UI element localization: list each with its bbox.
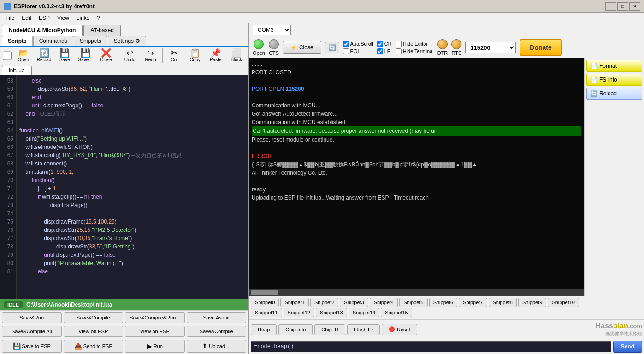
autoscroll-checkbox[interactable] bbox=[343, 41, 349, 47]
cut-button[interactable]: ✂ Cut bbox=[165, 47, 184, 64]
donate-button[interactable]: Donate bbox=[520, 39, 561, 56]
close-button[interactable]: ✕ bbox=[629, 2, 640, 11]
cts-led-button[interactable]: CTS bbox=[269, 39, 279, 56]
save-run-button[interactable]: Save&Run bbox=[2, 312, 62, 323]
terminal[interactable]: ....... PORT CLOSED PORT OPEN 115200 Com… bbox=[249, 58, 584, 289]
baud-rate-select[interactable]: 115200 9600 19200 38400 57600 230400 bbox=[465, 42, 516, 53]
view-esp-button1[interactable]: View on ESP bbox=[64, 326, 124, 337]
h-scrollbar-thumb[interactable] bbox=[251, 290, 278, 295]
cts-led bbox=[269, 39, 279, 49]
snippet-10-button[interactable]: Snippet10 bbox=[548, 298, 579, 307]
status-path: C:\Users\Anooki\Desktop\init.lua bbox=[26, 301, 112, 308]
checkbox-group-right: AutoScroll EOL bbox=[343, 41, 373, 54]
code-editor[interactable]: 58 59 60 61 62 63 64 65 66 67 68 69 70 7… bbox=[0, 75, 248, 299]
menu-edit[interactable]: Edit bbox=[18, 14, 35, 22]
saveas-button[interactable]: 💾 Save... bbox=[76, 47, 95, 64]
com-port-select[interactable]: COM3 bbox=[253, 25, 291, 35]
toolbar-checkbox[interactable] bbox=[3, 51, 12, 60]
snippet-12-button[interactable]: Snippet12 bbox=[284, 308, 315, 317]
lf-checkbox[interactable] bbox=[377, 48, 383, 54]
reload-esp-button[interactable]: 🔄 Reload bbox=[586, 88, 642, 100]
tab-scripts[interactable]: Scripts bbox=[2, 36, 33, 46]
heap-button[interactable]: Heap bbox=[251, 324, 277, 335]
command-input[interactable] bbox=[251, 341, 611, 352]
dtr-led-button[interactable]: DTR bbox=[437, 39, 448, 56]
copy-button[interactable]: 📋 Copy bbox=[185, 47, 205, 64]
cr-checkbox[interactable] bbox=[377, 41, 383, 47]
left-tab-bar: NodeMCU & MicroPython AT-based bbox=[0, 23, 248, 36]
menu-esp[interactable]: ESP bbox=[35, 14, 53, 22]
close-file-button[interactable]: ❌ Close bbox=[96, 47, 116, 64]
snippet-8-button[interactable]: Snippet8 bbox=[489, 298, 517, 307]
tab-snippets[interactable]: Snippets bbox=[74, 36, 107, 46]
snippet-11-button[interactable]: Snippet11 bbox=[251, 308, 282, 317]
paste-button[interactable]: 📌 Paste bbox=[206, 47, 225, 64]
save-to-esp-button[interactable]: 💾 Save to ESP bbox=[2, 340, 62, 353]
refresh-ports-button[interactable]: 🔄 bbox=[325, 42, 339, 53]
upload-button[interactable]: ⬆ Upload ... bbox=[187, 340, 247, 353]
tab-commands[interactable]: Commands bbox=[33, 36, 73, 46]
snippet-2-button[interactable]: Snippet2 bbox=[310, 298, 338, 307]
save-as-init-button[interactable]: Save As init bbox=[187, 312, 247, 323]
h-scrollbar[interactable] bbox=[249, 289, 584, 296]
term-line-blank3 bbox=[252, 144, 581, 152]
chip-id-button[interactable]: Chip ID bbox=[314, 324, 345, 335]
format-button[interactable]: 📄 Format bbox=[586, 60, 642, 72]
code-content[interactable]: else disp:drawStr(66, 52, "Humi "..d5.."… bbox=[17, 75, 248, 299]
rts-led-button[interactable]: RTS bbox=[451, 39, 461, 56]
tab-settings[interactable]: Settings ⚙ bbox=[108, 36, 147, 46]
snippet-0-button[interactable]: Snippet0 bbox=[251, 298, 279, 307]
menu-view[interactable]: View bbox=[53, 14, 73, 22]
undo-button[interactable]: ↩ Undo bbox=[120, 47, 140, 64]
tab-nodemcu[interactable]: NodeMCU & MicroPython bbox=[2, 25, 83, 36]
block-icon: ⬜ bbox=[231, 49, 242, 57]
run-button[interactable]: ▶ Run bbox=[125, 340, 185, 353]
minimize-button[interactable]: − bbox=[605, 2, 616, 11]
cr-label: CR bbox=[384, 41, 392, 47]
menu-links[interactable]: Links bbox=[73, 14, 93, 22]
save-compile-run-button[interactable]: Save&Compile&Run... bbox=[125, 312, 185, 323]
save-compile-button[interactable]: Save&Compile bbox=[64, 312, 124, 323]
run-icon: ▶ bbox=[147, 342, 152, 350]
fsinfo-button[interactable]: 📄 FS Info bbox=[586, 74, 642, 86]
chip-info-button[interactable]: Chip Info bbox=[278, 324, 313, 335]
close-connection-button[interactable]: ⚡ Close bbox=[283, 41, 321, 54]
hide-terminal-label: Hide Terminal bbox=[403, 48, 434, 54]
eol-checkbox[interactable] bbox=[343, 48, 349, 54]
tab-atbased[interactable]: AT-based bbox=[83, 25, 120, 36]
send-to-esp-button[interactable]: 📤 Send to ESP bbox=[64, 340, 124, 353]
snippet-5-button[interactable]: Snippet5 bbox=[399, 298, 427, 307]
reload-button[interactable]: 🔃 Reload bbox=[34, 47, 54, 64]
open-button[interactable]: 📂 Open bbox=[13, 47, 33, 64]
snippet-14-button[interactable]: Snippet14 bbox=[349, 308, 380, 317]
menu-file[interactable]: File bbox=[2, 14, 18, 22]
cut-icon: ✂ bbox=[171, 49, 178, 57]
open-icon: 📂 bbox=[18, 49, 29, 57]
save-compile-all-button[interactable]: Save&Compile All bbox=[2, 326, 62, 337]
snippet-9-button[interactable]: Snippet9 bbox=[518, 298, 546, 307]
send-button[interactable]: Send bbox=[613, 341, 642, 353]
view-esp-button2[interactable]: View on ESP bbox=[125, 326, 185, 337]
reset-button[interactable]: 🔴 Reset bbox=[382, 324, 417, 335]
open-led-button[interactable]: Open bbox=[253, 39, 265, 56]
snippet-3-button[interactable]: Snippet3 bbox=[340, 298, 368, 307]
snippet-7-button[interactable]: Snippet7 bbox=[459, 298, 487, 307]
flash-id-button[interactable]: Flash ID bbox=[347, 324, 380, 335]
snippet-4-button[interactable]: Snippet4 bbox=[370, 298, 398, 307]
term-line-dots: ....... bbox=[252, 60, 581, 68]
redo-button[interactable]: ↪ Redo bbox=[141, 47, 160, 64]
hide-terminal-checkbox[interactable] bbox=[396, 48, 402, 54]
menu-help[interactable]: ? bbox=[93, 14, 104, 22]
save-compile-button2[interactable]: Save&Compile bbox=[187, 326, 247, 337]
save-button[interactable]: 💾 Save bbox=[55, 47, 75, 64]
maximize-button[interactable]: □ bbox=[617, 2, 628, 11]
term-line-comm2: Got answer! AutoDetect firmware... bbox=[252, 110, 581, 118]
block-button[interactable]: ⬜ Block bbox=[226, 47, 246, 64]
hide-editor-checkbox[interactable] bbox=[396, 41, 402, 47]
snippet-1-button[interactable]: Snippet1 bbox=[280, 298, 308, 307]
snippet-6-button[interactable]: Snippet6 bbox=[429, 298, 457, 307]
dtr-label: DTR bbox=[437, 50, 448, 56]
file-tab-init[interactable]: init.lua bbox=[2, 66, 32, 75]
snippet-13-button[interactable]: Snippet13 bbox=[316, 308, 347, 317]
snippet-15-button[interactable]: Snippet15 bbox=[381, 308, 412, 317]
